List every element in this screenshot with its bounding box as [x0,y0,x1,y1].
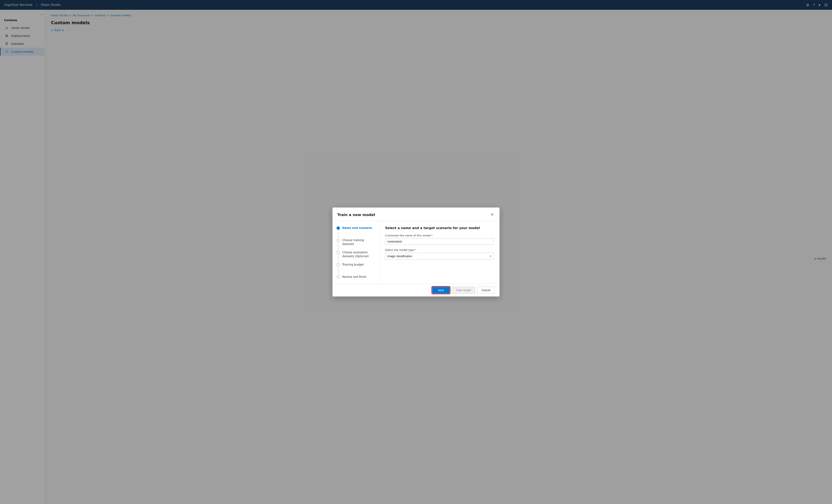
stepper-dot-5 [337,275,340,278]
modal-title: Train a new model [337,213,375,217]
stepper-item-evaluation: Choose evaluation datasets (Optional) [337,250,375,263]
modal-section-title: Select a name and a target scenario for … [385,226,494,230]
model-name-label-text: Customize the name of this model [385,234,431,237]
model-name-label: Customize the name of this model* [385,234,494,237]
stepper-line-4 [338,267,338,274]
cancel-button[interactable]: Cancel [477,287,495,294]
stepper-dot-wrapper-2 [337,238,340,250]
model-name-input[interactable] [385,238,494,245]
stepper-line-1 [338,230,338,238]
modal-content-panel: Select a name and a target scenario for … [379,221,499,284]
stepper-label-2: Choose training datasets [342,238,375,246]
stepper-dot-4 [337,263,340,266]
train-model-button: Train model [452,287,475,294]
next-button[interactable]: Next [432,287,450,293]
stepper-dot-wrapper-3 [337,250,340,263]
stepper-label-4: Training budget [342,263,364,267]
stepper-dot-wrapper-5 [337,275,340,278]
type-required-star: * [415,248,416,251]
stepper-item-budget: Training budget [337,263,375,275]
model-type-select-wrapper: Image classification Object detection Im… [385,253,494,260]
stepper-sidebar: Name and scenario Choose training datase… [333,221,379,284]
stepper-item-name-scenario: Name and scenario [337,226,375,238]
stepper-label-5: Review and finish [342,275,366,279]
modal-overlay[interactable]: Train a new model ✕ Name and scenario [0,0,832,504]
train-model-modal: Train a new model ✕ Name and scenario [333,208,499,296]
stepper-item-review: Review and finish [337,275,375,279]
model-type-select[interactable]: Image classification Object detection Im… [385,253,494,260]
stepper-dot-wrapper-1 [337,226,340,238]
model-type-label: Select the model type* [385,248,494,251]
modal-close-button[interactable]: ✕ [490,212,495,218]
stepper-label-3: Choose evaluation datasets (Optional) [342,250,375,258]
name-required-star: * [431,234,433,237]
stepper-label-1: Name and scenario [342,226,372,230]
stepper-line-2 [338,242,338,250]
modal-header: Train a new model ✕ [333,208,499,221]
modal-footer: Next Train model Cancel [333,284,499,296]
stepper-dot-2 [337,239,340,242]
model-type-label-text: Select the model type [385,248,414,251]
stepper-dot-wrapper-4 [337,263,340,275]
stepper-item-training: Choose training datasets [337,238,375,250]
stepper-line-3 [338,255,338,262]
modal-body: Name and scenario Choose training datase… [333,221,499,284]
stepper-dot-3 [337,251,340,254]
stepper-dot-1 [337,227,340,230]
